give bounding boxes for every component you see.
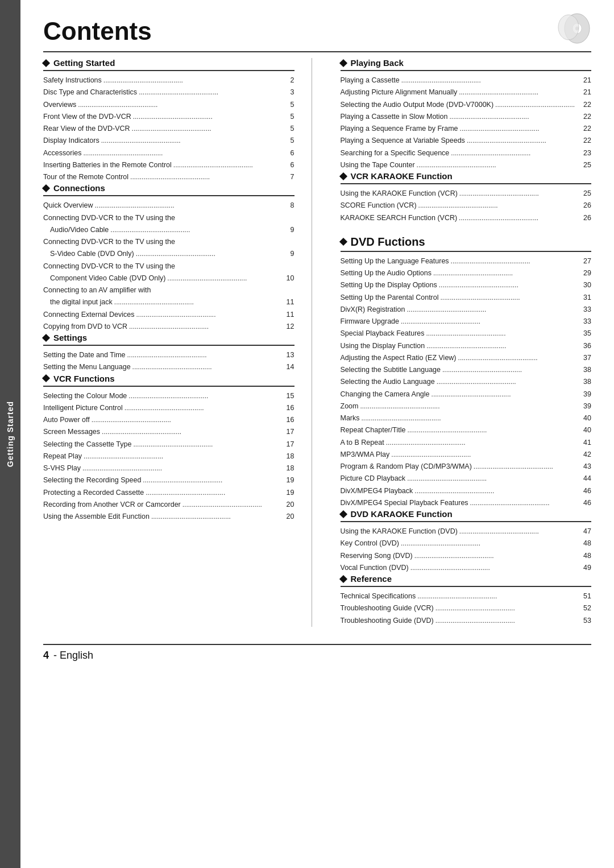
toc-entry: Setting Up the Language Features .......… (341, 255, 592, 267)
toc-label: DivX/MPEG4 Playback (341, 485, 413, 497)
title-divider (43, 51, 591, 52)
toc-page: 22 (580, 135, 591, 147)
toc-page: 43 (580, 461, 591, 473)
toc-entry: Adjusting the Aspect Ratio (EZ View) ...… (341, 352, 592, 364)
toc-entry: Reserving Song (DVD) ...................… (341, 550, 592, 562)
toc-entry: Disc Type and Characteristics ..........… (43, 86, 294, 98)
toc-label: Adjusting the Aspect Ratio (EZ View) (341, 352, 457, 364)
toc-dots: ........................................… (449, 111, 578, 122)
toc-label: Selecting the Cassette Type (43, 439, 131, 450)
toc-page: 21 (580, 75, 591, 86)
toc-page: 19 (283, 474, 294, 486)
toc-page: 38 (580, 376, 591, 388)
toc-entry: Playing a Sequence at Variable Speeds ..… (341, 135, 592, 147)
toc-page: 52 (580, 602, 591, 614)
toc-page: 48 (580, 538, 591, 549)
toc-dots: ........................................… (386, 437, 578, 448)
toc-dots: ........................................… (451, 147, 578, 159)
toc-dots: ........................................… (129, 321, 281, 332)
left-column: Getting StartedSafety Instructions .....… (43, 58, 312, 627)
toc-dots: ........................................… (173, 159, 281, 171)
section-dvd-karaoke: DVD KARAOKE FunctionUsing the KARAOKE Fu… (341, 509, 592, 574)
svg-point-3 (558, 15, 579, 40)
toc-dots: ........................................… (101, 135, 281, 146)
toc-entry: Repeat Chapter/Title ...................… (341, 424, 592, 436)
toc-entry: Intelligent Picture Control ............… (43, 402, 294, 414)
side-tab-label: Getting Started (6, 401, 15, 467)
toc-label: Repeat Chapter/Title (341, 424, 406, 436)
dvd-fuctions-header: DVD Fuctions (341, 235, 592, 252)
toc-dots: ........................................… (362, 412, 578, 424)
toc-dots: ........................................… (139, 86, 281, 98)
toc-entry: Special Playback Features ..............… (341, 328, 592, 340)
toc-label: Display Indicators (43, 135, 99, 147)
toc-entry: Selecting the Cassette Type ............… (43, 439, 294, 450)
toc-page: 22 (580, 111, 591, 123)
right-column: Playing BackPlaying a Cassette .........… (335, 58, 592, 627)
toc-page: 14 (283, 361, 294, 373)
toc-page: 19 (283, 487, 294, 499)
toc-label: Key Control (DVD) (341, 538, 400, 549)
toc-entry: the digital input jack .................… (43, 296, 294, 308)
toc-dots: ........................................… (459, 188, 578, 199)
toc-entry: Connecting External Devices ............… (43, 309, 294, 321)
toc-dots: ........................................… (401, 75, 578, 86)
toc-entry: Auto Power off .........................… (43, 414, 294, 426)
toc-page: 10 (283, 272, 294, 284)
toc-dots: ........................................… (414, 485, 578, 497)
section-title-reference: Reference (351, 574, 392, 584)
toc-entry: Using the Assemble Edit Function .......… (43, 511, 294, 523)
toc-page: 25 (580, 188, 591, 200)
toc-page: 5 (283, 99, 294, 111)
toc-page: 48 (580, 550, 591, 562)
toc-dots: ........................................… (133, 111, 281, 122)
toc-dots: ........................................… (401, 316, 578, 327)
main-content: Contents Getting StartedSafety Instructi… (20, 0, 614, 868)
toc-page: 15 (283, 390, 294, 402)
toc-entry: Safety Instructions ....................… (43, 75, 294, 86)
toc-label: Selecting the Audio Language (341, 376, 435, 388)
toc-page: 21 (580, 86, 591, 98)
toc-page: 16 (283, 414, 294, 426)
toc-page: 40 (580, 424, 591, 436)
toc-dots: ........................................… (110, 224, 281, 235)
two-column-layout: Getting StartedSafety Instructions .....… (43, 58, 591, 627)
toc-label: Troubleshooting Guide (VCR) (341, 602, 434, 614)
section-header-getting-started: Getting Started (43, 58, 294, 71)
toc-page: 42 (580, 449, 591, 461)
toc-page: 37 (580, 352, 591, 364)
toc-label: Setting the Date and Time (43, 349, 126, 361)
toc-dots: ........................................… (474, 461, 578, 472)
toc-label: Reserving Song (DVD) (341, 550, 413, 562)
toc-label: KARAOKE SEARCH Function (VCR) (341, 212, 458, 224)
toc-entry: Using the KARAOKE Function (DVD) .......… (341, 526, 592, 538)
toc-label: Selecting the Colour Mode (43, 390, 127, 402)
toc-dots: ........................................… (432, 388, 578, 400)
toc-dots: ........................................… (459, 86, 578, 98)
toc-page: 26 (580, 200, 591, 212)
section-vcr-functions: VCR FunctionsSelecting the Colour Mode .… (43, 374, 294, 523)
toc-page: 11 (283, 296, 294, 308)
toc-page: 22 (580, 99, 591, 111)
toc-label: Changing the Camera Angle (341, 388, 430, 400)
toc-entry: Rear View of the DVD-VCR ...............… (43, 123, 294, 135)
toc-label: Safety Instructions (43, 75, 102, 86)
toc-page: 39 (580, 400, 591, 412)
toc-label: Intelligent Picture Control (43, 402, 123, 414)
toc-label: Connecting External Devices (43, 309, 135, 321)
toc-entry: Tour of the Remote Control .............… (43, 171, 294, 183)
toc-page: 46 (580, 485, 591, 497)
section-vcr-karaoke: VCR KARAOKE FunctionUsing the KARAOKE Fu… (341, 171, 592, 224)
side-tab: Getting Started (0, 0, 20, 868)
toc-label: Connecting DVD-VCR to the TV using the (43, 261, 175, 272)
toc-label: Repeat Play (43, 450, 82, 462)
toc-page: 16 (283, 402, 294, 414)
toc-label: Using the Assemble Edit Function (43, 511, 150, 523)
toc-page: 44 (580, 473, 591, 485)
toc-entry: Selecting the Audio Language ...........… (341, 376, 592, 388)
diamond-icon (42, 59, 50, 67)
toc-page: 20 (283, 499, 294, 511)
toc-page: 3 (283, 86, 294, 98)
toc-entry: Screen Messages ........................… (43, 426, 294, 438)
toc-entry: Protecting a Recorded Cassette .........… (43, 487, 294, 499)
